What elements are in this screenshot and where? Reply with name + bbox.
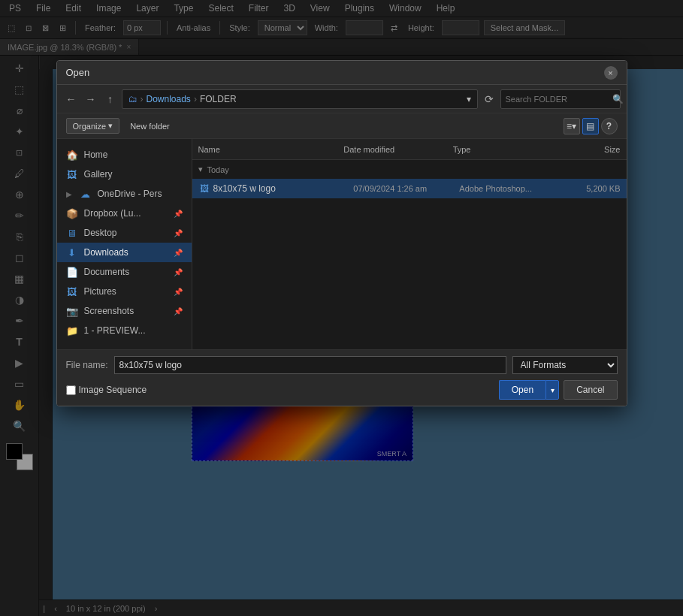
file-list-header: Name Date modified Type Size [192,139,627,160]
dropbox-pin-icon: 📌 [174,210,183,218]
dropbox-icon: 📦 [66,207,78,219]
sidebar-item-gallery[interactable]: 🖼 Gallery [57,165,192,184]
nav-forward-button[interactable]: → [83,91,99,107]
details-view-button[interactable]: ▤ [582,118,599,134]
col-type-header[interactable]: Type [453,145,562,154]
sidebar-item-dropbox[interactable]: 📦 Dropbox (Lu... 📌 [57,204,192,223]
preview-icon: 📁 [66,325,78,337]
search-box: 🔍 [500,89,621,109]
documents-pin-icon: 📌 [174,268,183,276]
file-name-0: 8x10x75 w logo [213,183,351,194]
action-row: Image Sequence Open ▾ Cancel [66,380,618,400]
sidebar-item-documents[interactable]: 📄 Documents 📌 [57,262,192,282]
image-sequence-label: Image Sequence [79,385,147,395]
section-expand-icon: ▾ [198,165,203,174]
new-folder-button[interactable]: New folder [125,119,174,133]
nav-refresh-button[interactable]: ⟳ [481,91,497,107]
breadcrumb-sep-1: › [141,94,144,104]
dialog-titlebar: Open × [57,61,627,85]
organize-chevron-icon: ▾ [108,121,113,131]
desktop-pin-icon: 📌 [174,229,183,237]
screenshots-icon: 📷 [66,305,78,317]
col-date-header[interactable]: Date modified [343,145,452,154]
onedrive-expand-icon: ▶ [66,190,72,198]
open-dialog: Open × ← → ↑ 🗂 › Downloads › FOLDER ▾ ⟳ [56,60,627,406]
sidebar-item-desktop[interactable]: 🖥 Desktop 📌 [57,223,192,243]
breadcrumb-home-icon: 🗂 [128,94,138,104]
dialog-close-button[interactable]: × [604,66,618,80]
dialog-content: 🏠 Home 🖼 Gallery ▶ ☁ OneDrive - Pers 📦 [57,139,627,349]
pictures-pin-icon: 📌 [174,288,183,296]
sidebar-item-onedrive[interactable]: ▶ ☁ OneDrive - Pers [57,184,192,204]
format-select[interactable]: All Formats Photoshop (*.PSD;*.PDD;*.PSD… [512,356,618,374]
view-controls: ≡▾ ▤ ? [564,118,618,134]
breadcrumb-bar: 🗂 › Downloads › FOLDER ▾ [122,89,478,109]
sidebar-label-documents: Documents [84,267,130,277]
file-date-0: 07/09/2024 1:26 am [353,184,456,193]
sidebar-item-downloads[interactable]: ⬇ Downloads 📌 [57,243,192,262]
dialog-title: Open [66,67,90,78]
sidebar-label-downloads: Downloads [84,247,128,258]
sidebar-item-pictures[interactable]: 🖼 Pictures 📌 [57,282,192,301]
filename-input[interactable] [114,356,506,374]
sidebar-label-onedrive: OneDrive - Pers [98,189,162,199]
search-input[interactable] [506,95,609,104]
file-icon-0: 🖼 [198,183,210,195]
screenshots-pin-icon: 📌 [174,307,183,316]
sidebar-label-pictures: Pictures [84,286,116,297]
dialog-sidebar: 🏠 Home 🖼 Gallery ▶ ☁ OneDrive - Pers 📦 [57,139,192,349]
open-button-group: Open ▾ [499,380,559,400]
documents-icon: 📄 [66,266,78,278]
filename-label: File name: [66,360,108,370]
home-icon: 🏠 [66,149,78,161]
file-row-0[interactable]: 🖼 8x10x75 w logo 07/09/2024 1:26 am Adob… [192,179,627,198]
sidebar-item-preview[interactable]: 📁 1 - PREVIEW... [57,321,192,340]
breadcrumb-folder: FOLDER [200,94,237,104]
dialog-footer: File name: All Formats Photoshop (*.PSD;… [57,349,627,406]
sidebar-label-screenshots: Screenshots [84,306,134,316]
sidebar-label-gallery: Gallery [84,169,113,180]
open-button[interactable]: Open [499,380,545,400]
downloads-pin-icon: 📌 [174,249,183,257]
section-today: ▾ Today [192,160,627,179]
col-size-header[interactable]: Size [562,145,621,154]
dialog-overlay: Open × ← → ↑ 🗂 › Downloads › FOLDER ▾ ⟳ [0,0,683,616]
breadcrumb-downloads[interactable]: Downloads [147,94,191,104]
breadcrumb-sep-2: › [194,94,197,104]
organize-label: Organize [73,122,107,131]
list-view-button[interactable]: ≡▾ [564,118,580,134]
breadcrumb-dropdown[interactable]: ▾ [467,94,471,104]
file-list: Name Date modified Type Size ▾ Today 🖼 8… [192,139,627,349]
photoshop-app: PS File Edit Image Layer Type Select Fil… [0,0,683,616]
sidebar-label-dropbox: Dropbox (Lu... [84,208,141,219]
organize-button[interactable]: Organize ▾ [66,118,120,134]
cancel-button[interactable]: Cancel [564,380,617,400]
image-sequence-checkbox[interactable] [66,385,76,395]
dialog-nav-bar: ← → ↑ 🗂 › Downloads › FOLDER ▾ ⟳ 🔍 [57,85,627,113]
search-icon: 🔍 [612,94,624,104]
nav-up-button[interactable]: ↑ [102,91,119,107]
section-label: Today [207,165,229,174]
downloads-icon: ⬇ [66,246,78,258]
file-type-0: Adobe Photoshop... [459,184,562,193]
filename-row: File name: All Formats Photoshop (*.PSD;… [66,356,618,374]
onedrive-icon: ☁ [80,188,92,200]
sidebar-label-home: Home [84,149,108,160]
open-dropdown-button[interactable]: ▾ [545,380,559,400]
sidebar-item-home[interactable]: 🏠 Home [57,145,192,165]
file-size-0: 5,200 KB [565,184,620,193]
gallery-icon: 🖼 [66,168,78,180]
nav-back-button[interactable]: ← [63,91,80,107]
sidebar-label-preview: 1 - PREVIEW... [84,325,146,336]
dialog-action-toolbar: Organize ▾ New folder ≡▾ ▤ ? [57,113,627,139]
desktop-icon: 🖥 [66,227,78,239]
help-button[interactable]: ? [601,118,618,134]
sidebar-label-desktop: Desktop [84,228,117,238]
col-name-header[interactable]: Name [198,145,344,154]
pictures-icon: 🖼 [66,285,78,297]
image-sequence-row: Image Sequence [66,385,147,395]
sidebar-item-screenshots[interactable]: 📷 Screenshots 📌 [57,301,192,321]
